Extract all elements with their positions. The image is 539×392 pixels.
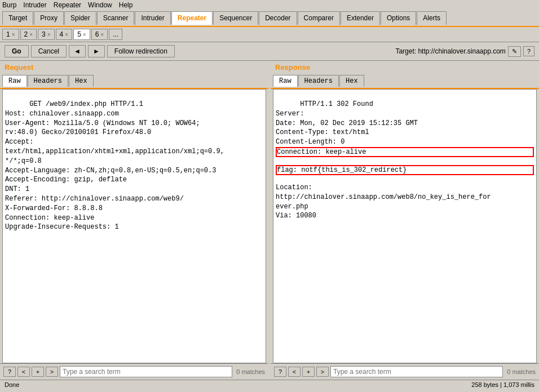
close-tab-6-icon[interactable]: ×: [100, 32, 104, 38]
menu-help[interactable]: Help: [119, 1, 133, 9]
response-content-after: Location: http://chinalover.sinaapp.com/…: [276, 184, 491, 220]
request-search-help-button[interactable]: ?: [3, 367, 16, 377]
tab-comparer[interactable]: Comparer: [298, 11, 340, 25]
menu-repeater[interactable]: Repeater: [54, 1, 81, 9]
close-tab-1-icon[interactable]: ×: [12, 32, 15, 38]
menu-burp[interactable]: Burp: [2, 1, 16, 9]
target-url: http://chinalover.sinaapp.com: [418, 47, 505, 55]
target-edit-button[interactable]: ✎: [508, 46, 521, 57]
response-search-prev-button[interactable]: <: [288, 367, 301, 377]
toolbar: Go Cancel ◄ ► Follow redirection Target:…: [0, 42, 539, 61]
tab-extender[interactable]: Extender: [341, 11, 380, 25]
main-tab-bar: Target Proxy Spider Scanner Intruder Rep…: [0, 10, 539, 27]
close-tab-3-icon[interactable]: ×: [47, 32, 51, 38]
response-tab-bar: Raw Headers Hex: [271, 74, 539, 89]
request-search-bar: ? < + > 0 matches: [0, 363, 268, 380]
num-tab-1[interactable]: 1 ×: [2, 29, 19, 40]
request-panel: Request Raw Headers Hex GET /web9/index.…: [0, 61, 268, 380]
response-tab-hex[interactable]: Hex: [339, 75, 364, 87]
tab-proxy[interactable]: Proxy: [34, 11, 64, 25]
status-bar: Done 258 bytes | 1,073 millis: [0, 380, 539, 389]
num-tab-6[interactable]: 6 ×: [91, 29, 108, 40]
response-title: Response: [271, 61, 539, 74]
more-tabs-button[interactable]: ...: [109, 29, 122, 40]
go-button[interactable]: Go: [5, 45, 29, 57]
close-tab-5-icon[interactable]: ×: [83, 32, 86, 38]
request-title: Request: [0, 61, 268, 74]
response-text-area[interactable]: HTTP/1.1 302 Found Server: Date: Mon, 02…: [273, 89, 537, 363]
request-tab-headers[interactable]: Headers: [28, 75, 68, 87]
response-search-next-button[interactable]: +: [302, 367, 315, 377]
status-info: 258 bytes | 1,073 millis: [471, 381, 534, 388]
num-tab-4[interactable]: 4 ×: [56, 29, 73, 40]
menu-intruder[interactable]: Intruder: [23, 1, 46, 9]
status-text: Done: [5, 381, 467, 388]
response-highlighted-line2: flag: notf{this_is_302_redirect}: [276, 165, 534, 175]
request-content: GET /web9/index.php HTTP/1.1 Host: china…: [5, 100, 224, 231]
tab-options[interactable]: Options: [381, 11, 416, 25]
response-search-matches: 0 matches: [507, 368, 536, 375]
tab-spider[interactable]: Spider: [64, 11, 96, 25]
request-search-fwd-button[interactable]: >: [46, 367, 58, 377]
response-content-before: HTTP/1.1 302 Found Server: Date: Mon, 02…: [276, 100, 418, 146]
forward-button[interactable]: ►: [88, 45, 105, 57]
request-tab-bar: Raw Headers Hex: [0, 74, 268, 89]
tab-decoder[interactable]: Decoder: [259, 11, 297, 25]
target-prefix: Target:: [395, 47, 418, 55]
request-tab-hex[interactable]: Hex: [69, 75, 94, 87]
target-label: Target: http://chinalover.sinaapp.com: [395, 47, 505, 55]
response-highlighted-line1: Connection: keep-alive: [276, 147, 534, 157]
request-search-matches: 0 matches: [236, 368, 265, 375]
main-content: Request Raw Headers Hex GET /web9/index.…: [0, 61, 539, 380]
response-search-bar: ? < + > 0 matches: [271, 363, 539, 380]
tab-alerts[interactable]: Alerts: [417, 11, 447, 25]
request-search-input[interactable]: [60, 366, 232, 377]
menu-bar: Burp Intruder Repeater Window Help: [0, 0, 539, 10]
request-text-area[interactable]: GET /web9/index.php HTTP/1.1 Host: china…: [2, 89, 266, 363]
num-tab-3[interactable]: 3 ×: [38, 29, 55, 40]
response-search-input[interactable]: [330, 366, 503, 377]
num-tab-5[interactable]: 5 ×: [73, 29, 90, 40]
tab-sequencer[interactable]: Sequencer: [213, 11, 258, 25]
response-search-help-button[interactable]: ?: [274, 367, 286, 377]
back-button[interactable]: ◄: [69, 45, 86, 57]
cancel-button[interactable]: Cancel: [31, 45, 67, 57]
response-tab-headers[interactable]: Headers: [298, 75, 339, 87]
numbered-tab-bar: 1 × 2 × 3 × 4 × 5 × 6 × ...: [0, 27, 539, 42]
tab-scanner[interactable]: Scanner: [97, 11, 135, 25]
follow-redirection-button[interactable]: Follow redirection: [107, 45, 175, 57]
menu-window[interactable]: Window: [88, 1, 112, 9]
close-tab-2-icon[interactable]: ×: [29, 32, 33, 38]
tab-repeater[interactable]: Repeater: [171, 11, 213, 25]
request-search-next-button[interactable]: +: [32, 367, 44, 377]
request-tab-raw[interactable]: Raw: [2, 75, 27, 87]
tab-target[interactable]: Target: [2, 11, 33, 25]
num-tab-2[interactable]: 2 ×: [20, 29, 37, 40]
close-tab-4-icon[interactable]: ×: [65, 32, 68, 38]
tab-intruder[interactable]: Intruder: [135, 11, 170, 25]
target-help-button[interactable]: ?: [523, 46, 534, 56]
request-search-prev-button[interactable]: <: [17, 367, 30, 377]
response-panel: Response Raw Headers Hex HTTP/1.1 302 Fo…: [271, 61, 539, 380]
response-search-fwd-button[interactable]: >: [316, 367, 329, 377]
response-tab-raw[interactable]: Raw: [273, 75, 298, 87]
